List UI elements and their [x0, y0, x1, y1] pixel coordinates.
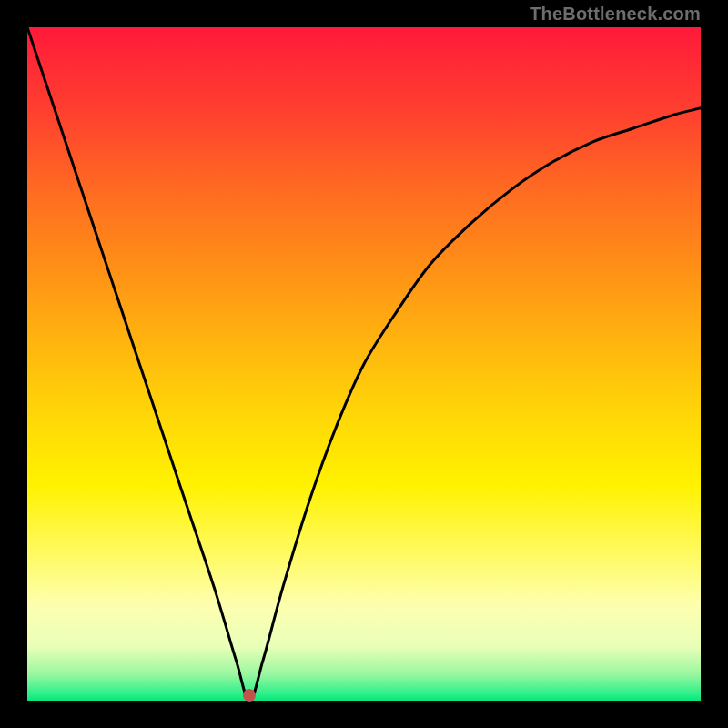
- chart-frame: TheBottleneck.com: [0, 0, 728, 728]
- optimum-point: [243, 689, 256, 702]
- curve-path: [27, 27, 701, 701]
- watermark-text: TheBottleneck.com: [530, 4, 701, 25]
- bottleneck-curve: [27, 27, 701, 701]
- plot-area: [27, 27, 701, 701]
